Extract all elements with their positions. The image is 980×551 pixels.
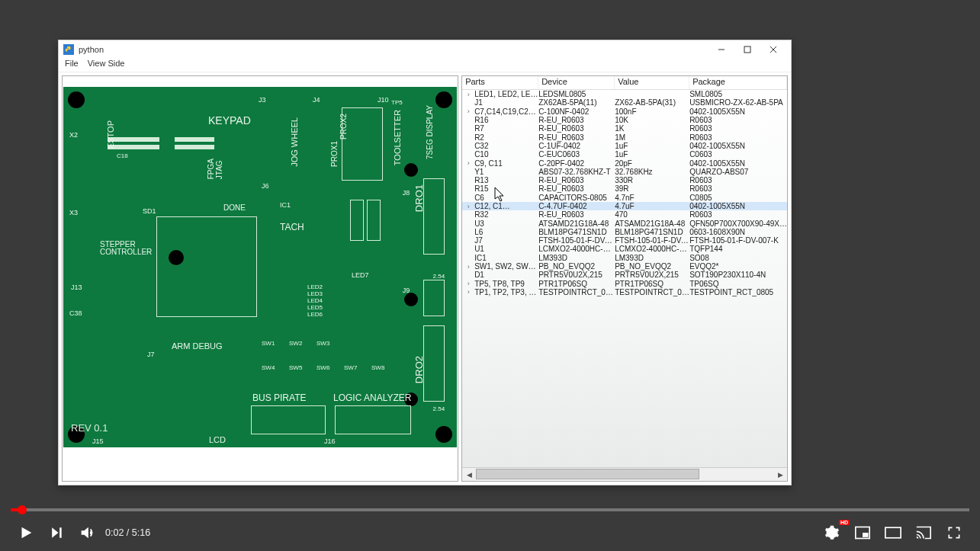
expand-icon[interactable]: › (462, 107, 474, 115)
silk-tach: TACH (280, 222, 304, 232)
miniplayer-button[interactable] (847, 517, 878, 548)
expand-icon[interactable]: › (462, 203, 474, 210)
play-button[interactable] (11, 517, 41, 548)
tree-hscrollbar[interactable]: ◀ ▶ (462, 467, 787, 481)
silk-armdebug: ARM DEBUG (172, 341, 223, 351)
scroll-left-button[interactable]: ◀ (462, 468, 476, 482)
table-row[interactable]: R16R-EU_R060310KR0603 (462, 116, 787, 124)
cell-device: R-EU_R0603 (538, 176, 615, 184)
cell-value: 1K (615, 124, 689, 133)
settings-button[interactable]: HD (817, 517, 847, 548)
cell-package: 0402-1005X55N (689, 202, 787, 210)
cell-device: R-EU_R0603 (538, 116, 615, 124)
scroll-right-button[interactable]: ▶ (773, 468, 787, 482)
table-row[interactable]: J1ZX62AB-5PA(11)ZX62-AB-5PA(31)USBMICRO-… (462, 98, 787, 107)
silk-j3: J3 (259, 96, 266, 104)
cell-parts: R15 (474, 184, 538, 193)
table-row[interactable]: L6BLM18PG471SN1DBLM18PG471SN1D0603-1608X… (462, 228, 787, 236)
table-row[interactable]: C32C-1UF-04021uF0402-1005X55N (462, 142, 787, 150)
mute-button[interactable] (72, 517, 102, 548)
expand-icon[interactable]: › (462, 263, 474, 271)
cell-package: 0402-1005X55N (689, 159, 787, 168)
table-row[interactable]: ›C7,C14,C19,C28,C2…C-100NF-0402100nF0402… (462, 107, 787, 116)
silk-j7: J7 (147, 351, 155, 358)
table-row[interactable]: C10C-EUC06031uFC0603 (462, 150, 787, 159)
minimize-button[interactable] (708, 41, 734, 58)
tree-body[interactable]: ›LED1, LED2, LED3, L…LEDSML0805SML0805J1… (462, 90, 787, 467)
cell-value: PRTR5V0U2X,215 (615, 271, 689, 279)
silk-sw7: SW7 (344, 364, 357, 371)
cell-device: R-EU_R0603 (538, 184, 615, 193)
col-parts[interactable]: Parts (462, 76, 538, 89)
app-icon (63, 44, 74, 55)
table-row[interactable]: ›C12, C1…C-4.7UF-04024.7uF0402-1005X55N (462, 202, 787, 210)
cell-parts: R32 (474, 210, 538, 219)
table-row[interactable]: J7FTSH-105-01-F-DV-007-KFTSH-105-01-F-DV… (462, 236, 787, 245)
silk-sw5: SW5 (289, 364, 302, 371)
cell-package: R0603 (689, 184, 787, 193)
table-row[interactable]: ›TP5, TP8, TP9PTR1TP06SQPTR1TP06SQTP06SQ (462, 280, 787, 288)
scroll-track[interactable] (476, 468, 773, 481)
fullscreen-button[interactable] (939, 517, 969, 548)
table-row[interactable]: R2R-EU_R06031MR0603 (462, 133, 787, 141)
table-row[interactable]: Y1ABS07-32.768KHZ-T32.768KHzQUARZO-ABS07 (462, 168, 787, 176)
expand-icon[interactable]: › (462, 288, 474, 296)
cell-package: FTSH-105-01-F-DV-007-K (689, 236, 787, 245)
hd-badge: HD (839, 520, 850, 525)
cell-value: 1uF (615, 150, 689, 159)
table-row[interactable]: C6CAPACITORS-08054.7nFC0805 (462, 194, 787, 202)
table-row[interactable]: ›SW1, SW2, SW3, SW…PB_NO_EVQQ2PB_NO_EVQQ… (462, 262, 787, 271)
cell-parts: C6 (474, 194, 538, 202)
next-button[interactable] (41, 517, 72, 548)
table-row[interactable]: ›LED1, LED2, LED3, L…LEDSML0805SML0805 (462, 90, 787, 98)
table-row[interactable]: ›TP1, TP2, TP3, TP4, …TESTPOINTRCT_0805T… (462, 288, 787, 296)
cell-device: ZX62AB-5PA(11) (538, 98, 615, 107)
col-device[interactable]: Device (538, 76, 615, 89)
cell-package: SML0805 (689, 90, 787, 98)
col-package[interactable]: Package (689, 76, 787, 89)
cell-parts: R7 (474, 124, 538, 133)
table-row[interactable]: R7R-EU_R06031KR0603 (462, 124, 787, 133)
table-row[interactable]: R13R-EU_R0603330RR0603 (462, 176, 787, 184)
silk-jtag: FPGA JTAG (207, 159, 223, 179)
silk-buspirate: BUS PIRATE (252, 392, 306, 403)
svg-rect-4 (885, 527, 901, 538)
expand-icon[interactable]: › (462, 159, 474, 167)
progress-fill (11, 508, 18, 511)
expand-icon[interactable]: › (462, 91, 474, 98)
cast-button[interactable] (908, 517, 939, 548)
silk-c18: C18 (117, 152, 128, 159)
cell-parts: Y1 (474, 168, 538, 176)
pcb-panel[interactable]: KEYPAD ESTOP FPGA JTAG STEPPER CONTROLLE… (62, 75, 458, 482)
cell-parts: TP5, TP8, TP9 (474, 280, 538, 288)
video-progress[interactable] (11, 508, 969, 511)
table-row[interactable]: ›C9, C11C-20PF-040220pF0402-1005X55N (462, 159, 787, 167)
table-row[interactable]: D1PRTR5V0U2X,215PRTR5V0U2X,215SOT190P230… (462, 271, 787, 279)
table-row[interactable]: R15R-EU_R060339RR0603 (462, 184, 787, 193)
scroll-thumb[interactable] (476, 469, 699, 479)
pcb-board: KEYPAD ESTOP FPGA JTAG STEPPER CONTROLLE… (63, 87, 457, 447)
silk-sw8: SW8 (371, 364, 384, 371)
table-row[interactable]: R32R-EU_R0603470R0603 (462, 210, 787, 219)
cell-parts: R2 (474, 133, 538, 142)
cell-package: 0402-1005X55N (689, 107, 787, 116)
table-row[interactable]: U1LCMXO2-4000HC-4TG144CLCMXO2-4000HC-4TG… (462, 245, 787, 253)
maximize-button[interactable] (734, 41, 760, 58)
menu-view-side[interactable]: View Side (88, 59, 125, 72)
progress-handle[interactable] (18, 505, 27, 514)
col-value[interactable]: Value (615, 76, 689, 89)
expand-icon[interactable]: › (462, 280, 474, 287)
cell-parts: C10 (474, 150, 538, 159)
close-button[interactable] (760, 41, 786, 58)
cell-device: PRTR5V0U2X,215 (538, 271, 615, 279)
theater-button[interactable] (878, 517, 908, 548)
table-row[interactable]: IC1LM393DLM393DSO08 (462, 254, 787, 262)
table-row[interactable]: U3ATSAMD21G18A-48ATSAMD21G18A-48QFN50P70… (462, 219, 787, 227)
cell-package: R0603 (689, 116, 787, 124)
titlebar[interactable]: python (59, 40, 791, 59)
cell-parts: L6 (474, 228, 538, 236)
menubar: File View Side (59, 59, 791, 72)
menu-file[interactable]: File (65, 59, 79, 72)
cell-device: PB_NO_EVQQ2 (538, 262, 615, 271)
silk-ic1: IC1 (280, 201, 291, 209)
